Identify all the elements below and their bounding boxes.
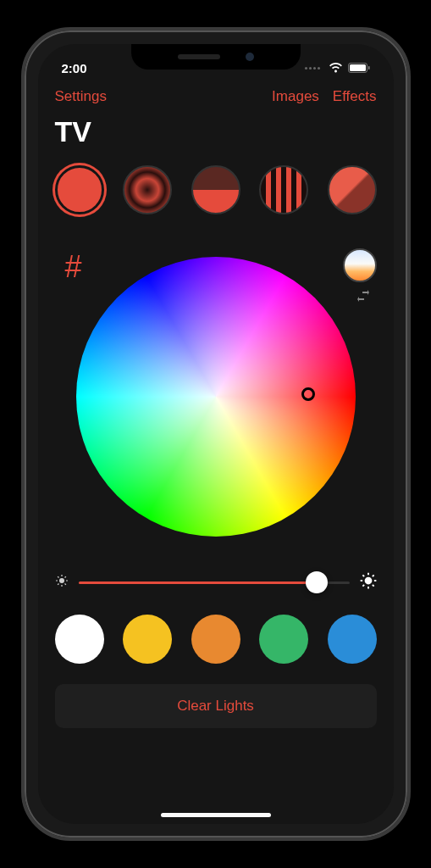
hex-input-button[interactable]: # (55, 248, 92, 286)
volume-up-button (21, 200, 23, 248)
settings-link[interactable]: Settings (55, 88, 107, 105)
swatch-white[interactable] (55, 615, 104, 664)
swatch-row (55, 615, 377, 664)
home-indicator[interactable] (161, 813, 271, 817)
svg-line-8 (58, 576, 58, 577)
power-button (409, 215, 411, 292)
phone-device-frame: 2:00 Settings Images Effects (21, 27, 411, 841)
temperature-swatch[interactable] (343, 248, 377, 282)
app-content: Settings Images Effects TV # (38, 81, 394, 728)
svg-line-11 (64, 576, 65, 577)
color-wheel-cursor[interactable] (301, 387, 315, 401)
pattern-diagonal[interactable] (328, 165, 377, 214)
svg-rect-2 (368, 66, 370, 70)
brightness-low-icon (55, 574, 69, 591)
images-link[interactable]: Images (272, 88, 319, 105)
recent-apps-dots (305, 67, 320, 70)
pattern-half[interactable] (191, 165, 240, 214)
notch (131, 44, 301, 70)
svg-line-10 (58, 584, 58, 585)
swatch-blue[interactable] (328, 615, 377, 664)
wifi-icon (329, 63, 343, 73)
effects-link[interactable]: Effects (333, 88, 377, 105)
svg-line-9 (64, 584, 65, 585)
speaker (178, 54, 220, 59)
swatch-green[interactable] (259, 615, 308, 664)
status-time: 2:00 (62, 61, 87, 75)
nav-bar: Settings Images Effects (55, 81, 377, 112)
brightness-high-icon (360, 572, 377, 593)
pattern-stripes[interactable] (259, 165, 308, 214)
pattern-row (55, 165, 377, 214)
pattern-radial[interactable] (123, 165, 172, 214)
page-title: TV (55, 115, 377, 148)
clear-lights-button[interactable]: Clear Lights (55, 684, 377, 728)
phone-screen: 2:00 Settings Images Effects (38, 44, 394, 824)
swatch-yellow[interactable] (123, 615, 172, 664)
silence-switch (21, 149, 23, 175)
svg-line-17 (362, 575, 364, 576)
front-camera (246, 53, 254, 61)
brightness-row (55, 570, 377, 594)
battery-icon (348, 63, 370, 73)
svg-line-20 (372, 575, 373, 576)
svg-rect-1 (350, 64, 366, 71)
svg-point-3 (59, 578, 64, 583)
svg-line-18 (372, 585, 373, 587)
pattern-solid[interactable] (55, 165, 104, 214)
slider-thumb[interactable] (306, 571, 328, 593)
svg-point-12 (364, 577, 372, 585)
slider-fill (79, 581, 318, 584)
brightness-slider[interactable] (79, 570, 350, 594)
svg-line-19 (362, 585, 364, 587)
swap-icon[interactable] (356, 289, 370, 306)
volume-down-button (21, 258, 23, 305)
swatch-orange[interactable] (191, 615, 240, 664)
status-right (305, 63, 370, 73)
color-picker-area: # (55, 248, 377, 545)
color-wheel[interactable] (76, 257, 356, 537)
